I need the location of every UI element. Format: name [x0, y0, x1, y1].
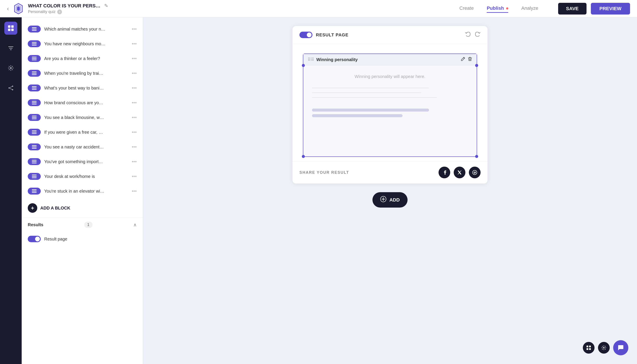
- save-button[interactable]: SAVE: [558, 3, 586, 14]
- nav-publish[interactable]: Publish: [487, 6, 508, 12]
- question-menu[interactable]: •••: [132, 114, 137, 120]
- preview-button[interactable]: PREVIEW: [591, 3, 630, 14]
- resize-handle-br[interactable]: [475, 155, 478, 158]
- undo-button[interactable]: [465, 31, 471, 38]
- question-item[interactable]: You see a black limousine, w… •••: [22, 110, 143, 125]
- svg-rect-4: [8, 25, 10, 28]
- twitter-share-button[interactable]: [454, 166, 466, 178]
- app-logo: [12, 2, 24, 15]
- sidebar-icon-share[interactable]: [4, 82, 17, 94]
- question-menu[interactable]: •••: [132, 100, 137, 106]
- svg-rect-43: [32, 148, 36, 149]
- svg-rect-32: [32, 101, 36, 102]
- question-menu[interactable]: •••: [132, 159, 137, 164]
- question-menu[interactable]: •••: [132, 144, 137, 150]
- question-menu[interactable]: •••: [132, 188, 137, 194]
- quiz-title: WHAT COLOR IS YOUR PERSONALI…: [28, 3, 102, 9]
- question-item[interactable]: If you were given a free car, … •••: [22, 125, 143, 140]
- redo-button[interactable]: [474, 31, 480, 38]
- question-badge: [28, 40, 41, 47]
- svg-rect-35: [32, 116, 36, 116]
- drag-handle-icon[interactable]: ⠿⠿: [308, 57, 314, 62]
- svg-point-12: [12, 86, 13, 87]
- question-item[interactable]: You're stuck in an elevator wi… •••: [22, 184, 143, 198]
- svg-point-11: [10, 67, 12, 69]
- result-page-toggle-switch[interactable]: [300, 32, 312, 38]
- question-badge: [28, 99, 41, 106]
- result-card-header: RESULT PAGE: [292, 26, 488, 44]
- svg-rect-37: [32, 118, 36, 119]
- results-collapse-button[interactable]: ∧: [133, 222, 137, 228]
- quiz-title-area: WHAT COLOR IS YOUR PERSONALI… ✎ Personal…: [28, 3, 108, 14]
- question-menu[interactable]: •••: [132, 85, 137, 91]
- progress-bar: [312, 114, 402, 117]
- nav-create[interactable]: Create: [459, 6, 474, 12]
- result-page-toggle[interactable]: [28, 236, 41, 242]
- facebook-share-button[interactable]: [438, 166, 450, 178]
- results-count: 1: [84, 222, 92, 228]
- resize-handle-bl[interactable]: [302, 155, 305, 158]
- add-block-icon: +: [28, 203, 37, 213]
- question-item[interactable]: Are you a thinker or a feeler? •••: [22, 51, 143, 66]
- sidebar-icon-settings[interactable]: [4, 62, 17, 74]
- svg-rect-7: [11, 28, 14, 31]
- add-block-label: ADD A BLOCK: [40, 206, 70, 210]
- whatsapp-share-button[interactable]: [469, 166, 480, 178]
- resize-handle-tl[interactable]: [302, 64, 305, 67]
- question-item[interactable]: You have new neighbours mo… •••: [22, 36, 143, 51]
- svg-rect-42: [32, 147, 36, 147]
- svg-rect-25: [32, 60, 36, 60]
- winning-personality-delete-button[interactable]: [468, 56, 472, 62]
- add-block-button[interactable]: + ADD A BLOCK: [22, 198, 143, 218]
- back-button[interactable]: ‹: [7, 5, 9, 12]
- main-content: RESULT PAGE ⠿⠿ Winning per: [143, 17, 637, 364]
- content-line: [312, 88, 429, 88]
- question-item[interactable]: You've got something import… •••: [22, 154, 143, 169]
- bottom-settings-button[interactable]: [598, 342, 610, 354]
- svg-rect-62: [586, 346, 588, 347]
- question-text: You're stuck in an elevator wi…: [44, 189, 128, 194]
- svg-rect-5: [11, 25, 14, 28]
- svg-line-15: [10, 87, 12, 88]
- svg-rect-21: [32, 44, 36, 44]
- question-item[interactable]: How brand conscious are yo… •••: [22, 95, 143, 110]
- svg-rect-64: [586, 348, 588, 350]
- svg-rect-26: [32, 72, 36, 72]
- result-page-item[interactable]: Result page: [22, 232, 143, 246]
- svg-rect-48: [32, 176, 36, 177]
- question-item[interactable]: Your desk at work/home is •••: [22, 169, 143, 184]
- question-item[interactable]: What's your best way to bani… •••: [22, 80, 143, 95]
- sidebar-icon-filter[interactable]: [4, 42, 17, 54]
- bar-area: [303, 106, 477, 122]
- svg-rect-29: [32, 86, 36, 87]
- result-page-toggle-area: RESULT PAGE: [300, 32, 348, 38]
- question-badge: [28, 173, 41, 180]
- question-text: What's your best way to bani…: [44, 86, 128, 90]
- nav-analyze[interactable]: Analyze: [521, 6, 538, 12]
- question-item[interactable]: Which animal matches your n… •••: [22, 22, 143, 36]
- winning-personality-edit-button[interactable]: [461, 56, 466, 62]
- question-item[interactable]: When you're traveling by trai… •••: [22, 66, 143, 80]
- edit-title-icon[interactable]: ✎: [104, 3, 108, 9]
- top-navigation: ‹ WHAT COLOR IS YOUR PERSONALI… ✎ Person…: [0, 0, 637, 17]
- question-item[interactable]: You see a nasty car accident… •••: [22, 140, 143, 154]
- add-icon: [380, 196, 386, 204]
- sidebar-icon-grid[interactable]: [4, 22, 17, 35]
- question-menu[interactable]: •••: [132, 41, 137, 46]
- svg-rect-41: [32, 145, 36, 146]
- resize-handle-tr[interactable]: [475, 64, 478, 67]
- winning-personality-preview: Winning personality will appear here.: [303, 66, 477, 156]
- question-menu[interactable]: •••: [132, 56, 137, 61]
- question-menu[interactable]: •••: [132, 26, 137, 32]
- add-button[interactable]: ADD: [372, 192, 408, 208]
- question-menu[interactable]: •••: [132, 129, 137, 135]
- svg-rect-40: [32, 133, 36, 134]
- bottom-grid-button[interactable]: [583, 342, 594, 354]
- info-icon[interactable]: i: [57, 10, 62, 14]
- quiz-subtitle: Personality quiz i: [28, 10, 108, 14]
- question-menu[interactable]: •••: [132, 174, 137, 179]
- chat-support-button[interactable]: [613, 340, 628, 355]
- share-section: SHARE YOUR RESULT: [292, 161, 488, 184]
- question-menu[interactable]: •••: [132, 70, 137, 76]
- question-text: You have new neighbours mo…: [44, 42, 128, 46]
